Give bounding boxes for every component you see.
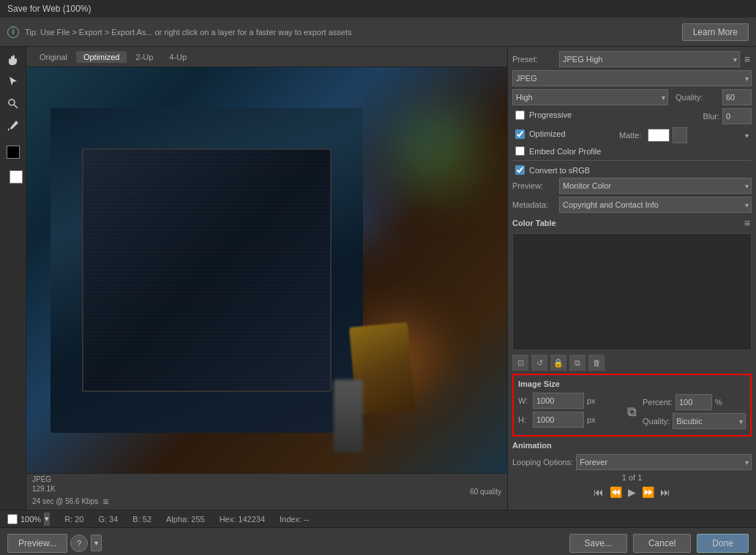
w-unit: px: [587, 396, 602, 405]
preset-menu-icon[interactable]: ≡: [743, 52, 752, 67]
color-table-label: Color Table: [512, 219, 556, 227]
tip-text: Tip: Use File > Export > Export As... or…: [25, 28, 676, 37]
width-input[interactable]: [533, 393, 584, 409]
eyedropper-tool[interactable]: [3, 116, 23, 136]
select-tool[interactable]: [3, 72, 23, 92]
preview-select[interactable]: Monitor Color Internet Standard RGB Docu…: [559, 178, 752, 194]
tab-4up[interactable]: 4-Up: [162, 51, 194, 63]
preset-select-wrap: JPEG High JPEG Medium JPEG Low PNG-24: [559, 51, 740, 67]
blur-input[interactable]: [722, 108, 752, 124]
matte-select-wrap: [673, 127, 752, 143]
quality-level-select[interactable]: Low Medium High Very High Maximum: [512, 89, 668, 105]
right-panel: Preset: JPEG High JPEG Medium JPEG Low P…: [507, 47, 756, 510]
color-table-menu[interactable]: ≡: [743, 216, 752, 230]
play-next-btn[interactable]: ⏩: [640, 485, 656, 499]
preset-select[interactable]: JPEG High JPEG Medium JPEG Low PNG-24: [559, 51, 740, 67]
background-color[interactable]: [3, 164, 23, 184]
foreground-color[interactable]: [3, 142, 23, 162]
metadata-label: Metadata:: [512, 200, 556, 209]
height-input[interactable]: [533, 412, 584, 428]
quality2-select-wrap: Nearest Neighbor Bilinear Bicubic Bicubi…: [673, 413, 746, 429]
tab-original[interactable]: Original: [32, 51, 75, 63]
quality2-select[interactable]: Nearest Neighbor Bilinear Bicubic Bicubi…: [673, 413, 746, 429]
cancel-button[interactable]: Cancel: [633, 534, 691, 553]
zoom-percent-box: 100%: [20, 515, 41, 524]
help-button[interactable]: ?: [70, 535, 88, 552]
progressive-label: Progressive: [529, 110, 572, 119]
play-btn[interactable]: ▶: [626, 485, 637, 499]
image-info-menu[interactable]: ≡: [101, 494, 110, 509]
width-row: W: px: [518, 393, 621, 409]
animation-section: Animation Looping Options: Once Forever …: [512, 441, 752, 499]
preview-dropdown-btn[interactable]: ▾: [91, 535, 102, 551]
image-info-bar: JPEG 129.1K 24 sec @ 56.6 Kbps ≡ 60 qual…: [26, 473, 507, 510]
looping-row: Looping Options: Once Forever Other: [512, 454, 752, 470]
embed-color-checkbox[interactable]: [515, 146, 525, 156]
zoom-checkbox[interactable]: [7, 514, 18, 524]
convert-srgb-checkbox[interactable]: [515, 165, 525, 175]
preview-group: Preview... ? ▾: [7, 534, 102, 553]
convert-srgb-row: Convert to sRGB: [512, 165, 752, 175]
preview-image: [26, 67, 507, 473]
color-table-duplicate[interactable]: ⧉: [569, 355, 585, 371]
play-last-btn[interactable]: ⏭: [659, 485, 672, 499]
constrain-link-icon: ⧉: [624, 404, 640, 420]
color-table-lock[interactable]: 🔒: [550, 355, 566, 371]
quality-level-row: Low Medium High Very High Maximum Qualit…: [512, 89, 752, 105]
convert-srgb-label: Convert to sRGB: [529, 166, 590, 175]
info-icon: i: [7, 26, 19, 38]
zoom-control: 100% ▾: [7, 513, 50, 526]
matte-select[interactable]: [673, 127, 687, 143]
color-table-resize[interactable]: ⊡: [512, 355, 528, 371]
play-prev-btn[interactable]: ⏪: [608, 485, 624, 499]
percent-input[interactable]: [675, 394, 712, 410]
optimized-checkbox[interactable]: [515, 129, 525, 139]
hand-tool[interactable]: [3, 50, 23, 70]
w-label: W:: [518, 396, 530, 405]
g-value: G: 34: [98, 515, 118, 524]
index-value: Index: --: [280, 515, 309, 524]
zoom-tool[interactable]: [3, 94, 23, 114]
height-row: H: px: [518, 412, 621, 428]
learn-more-button[interactable]: Learn More: [682, 23, 749, 41]
zoom-dropdown[interactable]: ▾: [44, 513, 50, 526]
preview-button[interactable]: Preview...: [7, 534, 67, 553]
preview-select-wrap: Monitor Color Internet Standard RGB Docu…: [559, 178, 752, 194]
done-button[interactable]: Done: [697, 534, 749, 553]
main-area: Original Optimized 2-Up 4-Up: [0, 47, 756, 510]
progressive-checkbox[interactable]: [515, 110, 525, 120]
playback-controls: ⏮ ⏪ ▶ ⏩ ⏭: [512, 485, 752, 499]
format-select[interactable]: JPEG PNG GIF: [512, 70, 752, 86]
image-size-section: Image Size W: px H: px ⧉: [512, 374, 752, 437]
looping-select[interactable]: Once Forever Other: [576, 454, 752, 470]
color-table-trash[interactable]: 🗑: [588, 355, 605, 371]
tip-bar: i Tip: Use File > Export > Export As... …: [0, 18, 756, 47]
looping-select-wrap: Once Forever Other: [576, 454, 752, 470]
save-button[interactable]: Save...: [569, 534, 627, 553]
quality2-row: Quality: Nearest Neighbor Bilinear Bicub…: [643, 413, 746, 429]
play-first-btn[interactable]: ⏮: [592, 485, 605, 499]
tab-optimized[interactable]: Optimized: [76, 51, 127, 63]
tab-2up[interactable]: 2-Up: [128, 51, 160, 63]
preset-row: Preset: JPEG High JPEG Medium JPEG Low P…: [512, 51, 752, 67]
svg-point-0: [9, 99, 15, 105]
image-speed: 24 sec @ 56.6 Kbps: [32, 497, 98, 505]
progressive-checkbox-row: Progressive: [512, 110, 673, 120]
color-table-area: [512, 233, 752, 350]
app-title: Save for Web (100%): [7, 4, 91, 14]
animation-title: Animation: [512, 441, 752, 450]
embed-color-row: Embed Color Profile: [512, 146, 752, 156]
image-size: 129.1K: [32, 485, 110, 493]
metadata-select[interactable]: None Copyright Copyright and Contact Inf…: [559, 197, 752, 213]
color-table-header: Color Table ≡: [512, 216, 752, 230]
preview-area[interactable]: [26, 67, 507, 473]
color-table-refresh[interactable]: ↺: [531, 355, 547, 371]
b-value: B: 52: [132, 515, 151, 524]
preview-row: Preview: Monitor Color Internet Standard…: [512, 178, 752, 194]
optimized-matte-row: Optimized Matte:: [512, 127, 752, 143]
matte-swatch[interactable]: [648, 129, 670, 142]
percent-quality-col: Percent: % Quality: Nearest Neighbor Bil…: [643, 394, 746, 429]
quality-num-input[interactable]: [722, 89, 752, 105]
monitor-screen: [82, 148, 332, 392]
optimized-label: Optimized: [529, 129, 566, 138]
